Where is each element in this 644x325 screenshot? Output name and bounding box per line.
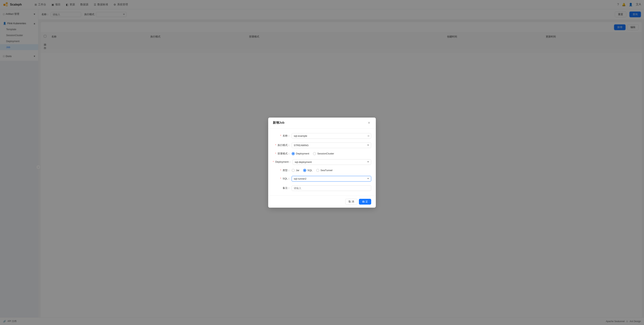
deploy-mode-required-star: *	[275, 152, 276, 155]
type-seatunnel-radio[interactable]	[316, 169, 319, 172]
form-row-exec-mode: * 执行模式： STREAMING BATCH	[273, 142, 371, 148]
type-jar-label: Jar	[296, 169, 299, 172]
remark-input[interactable]	[292, 185, 371, 191]
type-sql-label: SQL	[308, 169, 312, 172]
exec-mode-label: * 执行模式：	[273, 144, 290, 147]
type-required-star: *	[280, 169, 281, 172]
sql-required-star: *	[280, 177, 281, 180]
form-row-name: * 名称： ⊗	[273, 133, 371, 139]
deployment-label: * Deployment：	[273, 160, 291, 164]
deployment-control: sql-deployment	[292, 159, 371, 165]
exec-mode-control: STREAMING BATCH	[292, 142, 371, 148]
type-seatunnel-label: SeaTunnel	[320, 169, 332, 172]
modal-body: * 名称： ⊗ * 执行模式： STREAMING BATCH	[268, 128, 376, 196]
deploy-mode-deployment-label: Deployment	[296, 152, 309, 155]
type-sql-radio[interactable]	[303, 169, 306, 172]
type-sql-dot	[304, 170, 306, 171]
name-input[interactable]	[292, 133, 371, 139]
deploy-mode-deployment-radio[interactable]	[292, 152, 295, 155]
sql-control: sql-runner2	[292, 176, 371, 182]
type-radio-group: Jar SQL SeaTunnel	[292, 169, 371, 172]
deploy-mode-deployment-option[interactable]: Deployment	[292, 152, 309, 155]
type-seatunnel-option[interactable]: SeaTunnel	[316, 169, 332, 172]
type-jar-radio[interactable]	[292, 169, 295, 172]
deploy-mode-control: Deployment SessionCluster	[292, 152, 371, 155]
deploy-mode-label: * 部署模式：	[273, 152, 290, 156]
deployment-select[interactable]: sql-deployment	[292, 159, 371, 165]
modal-title: 新增Job	[273, 121, 284, 125]
deployment-required-star: *	[273, 160, 274, 163]
type-label: * 类型：	[273, 169, 290, 172]
name-clear-icon[interactable]: ⊗	[367, 134, 370, 137]
modal-overlay[interactable]: 新增Job ✕ * 名称： ⊗ * 执行模式：	[0, 0, 644, 325]
remark-control	[292, 185, 371, 191]
modal-header: 新增Job ✕	[268, 118, 376, 128]
cancel-button[interactable]: 取 消	[345, 199, 358, 204]
deploy-mode-session-option[interactable]: SessionCluster	[313, 152, 334, 155]
modal-dialog: 新增Job ✕ * 名称： ⊗ * 执行模式：	[268, 118, 376, 208]
name-required-star: *	[280, 134, 281, 137]
exec-mode-required-star: *	[275, 144, 276, 146]
form-row-type: * 类型： Jar SQL	[273, 169, 371, 172]
deploy-mode-session-label: SessionCluster	[317, 152, 334, 155]
form-row-sql: * SQL： sql-runner2	[273, 176, 371, 182]
deploy-mode-deployment-dot	[292, 153, 294, 154]
deploy-mode-session-radio[interactable]	[313, 152, 316, 155]
confirm-button[interactable]: 确 定	[359, 199, 371, 204]
sql-label: * SQL：	[273, 177, 290, 180]
modal-close-button[interactable]: ✕	[366, 121, 371, 125]
sql-select[interactable]: sql-runner2	[292, 176, 371, 182]
exec-mode-select[interactable]: STREAMING BATCH	[292, 142, 371, 148]
name-label: * 名称：	[273, 134, 290, 138]
type-jar-option[interactable]: Jar	[292, 169, 299, 172]
form-row-remark: 备注：	[273, 185, 371, 191]
name-control: ⊗	[292, 133, 371, 139]
form-row-deploy-mode: * 部署模式： Deployment SessionCluste	[273, 152, 371, 156]
remark-label: 备注：	[273, 186, 290, 190]
modal-footer: 取 消 确 定	[268, 196, 376, 208]
type-control: Jar SQL SeaTunnel	[292, 169, 371, 172]
deploy-mode-radio-group: Deployment SessionCluster	[292, 152, 371, 155]
form-row-deployment: * Deployment： sql-deployment	[273, 159, 371, 165]
type-sql-option[interactable]: SQL	[303, 169, 312, 172]
